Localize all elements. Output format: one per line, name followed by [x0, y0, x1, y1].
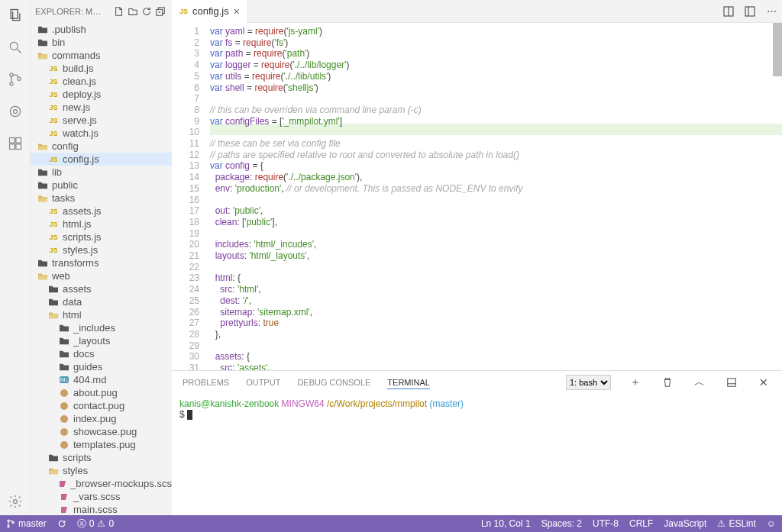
- panel-position-icon[interactable]: [724, 375, 739, 390]
- tree-item-label: about.pug: [73, 387, 118, 398]
- tree-item[interactable]: showcase.pug: [31, 425, 172, 438]
- collapse-all-icon[interactable]: [153, 5, 167, 18]
- tree-item[interactable]: tasks: [31, 192, 172, 205]
- tree-item[interactable]: styles: [31, 464, 172, 477]
- tree-item[interactable]: JSclean.js: [31, 75, 172, 88]
- tree-item[interactable]: about.pug: [31, 386, 172, 399]
- terminal-select[interactable]: 1: bash: [566, 375, 611, 390]
- close-icon[interactable]: ×: [234, 5, 240, 18]
- tree-item[interactable]: JSstyles.js: [31, 243, 172, 256]
- maximize-panel-icon[interactable]: ︿: [692, 375, 707, 390]
- layout-icon[interactable]: [739, 1, 761, 22]
- panel-tab-output[interactable]: OUTPUT: [246, 378, 280, 387]
- tree-item[interactable]: JSconfig.js: [31, 153, 172, 166]
- js-icon: JS: [47, 115, 60, 126]
- panel-tab-problems[interactable]: PROBLEMS: [183, 378, 229, 387]
- more-icon[interactable]: ⋯: [761, 1, 782, 22]
- tree-item[interactable]: JSscripts.js: [31, 231, 172, 243]
- tab-config-js[interactable]: JS config.js ×: [172, 0, 248, 23]
- split-editor-icon[interactable]: [718, 1, 739, 22]
- tree-item[interactable]: html: [31, 308, 172, 321]
- tree-item[interactable]: bin: [31, 36, 172, 49]
- refresh-icon[interactable]: [140, 5, 153, 18]
- tree-item[interactable]: JSserve.js: [31, 114, 172, 127]
- extensions-icon[interactable]: [6, 134, 24, 153]
- tree-item[interactable]: contact.pug: [31, 399, 172, 412]
- tree-item[interactable]: JSassets.js: [31, 205, 172, 218]
- term-branch: (master): [429, 398, 464, 409]
- new-terminal-icon[interactable]: ＋: [628, 375, 643, 390]
- scrollbar-thumb[interactable]: [773, 23, 782, 76]
- source-control-icon[interactable]: [6, 70, 24, 89]
- tree-item[interactable]: data: [31, 295, 172, 308]
- tree-item-label: new.js: [63, 102, 90, 113]
- panel-tab-terminal[interactable]: TERMINAL: [387, 378, 430, 389]
- tree-item[interactable]: JSnew.js: [31, 101, 172, 114]
- tree-item[interactable]: main.scss: [31, 503, 172, 515]
- status-branch[interactable]: master: [6, 518, 47, 529]
- tree-item[interactable]: JShtml.js: [31, 218, 172, 231]
- tree-item[interactable]: _vars.scss: [31, 490, 172, 503]
- debug-icon[interactable]: [6, 102, 24, 121]
- folder-icon: [37, 24, 49, 35]
- tree-item[interactable]: commands: [31, 49, 172, 62]
- svg-rect-9: [9, 144, 15, 150]
- new-file-icon[interactable]: [112, 5, 126, 18]
- tree-item-label: _vars.scss: [73, 491, 120, 502]
- tree-item[interactable]: M↓404.md: [31, 373, 172, 386]
- folder-icon: [58, 323, 70, 334]
- status-spaces[interactable]: Spaces: 2: [541, 518, 582, 529]
- svg-point-3: [9, 73, 12, 76]
- tree-item-label: serve.js: [63, 114, 97, 126]
- tree-item-label: deploy.js: [63, 89, 101, 100]
- tree-item[interactable]: JSwatch.js: [31, 127, 172, 140]
- close-panel-icon[interactable]: ✕: [756, 375, 771, 390]
- pug-icon: [58, 388, 70, 398]
- tree-item[interactable]: lib: [31, 166, 172, 179]
- tree-item[interactable]: JSdeploy.js: [31, 88, 172, 101]
- tree-item[interactable]: docs: [31, 347, 172, 360]
- new-folder-icon[interactable]: [126, 5, 140, 18]
- panel-tab-debug-console[interactable]: DEBUG CONSOLE: [297, 378, 370, 387]
- status-language[interactable]: JavaScript: [664, 518, 706, 529]
- status-eslint[interactable]: ⚠ ESLint: [717, 518, 755, 529]
- settings-gear-icon[interactable]: [6, 492, 24, 511]
- tree-item[interactable]: JSbuild.js: [31, 62, 172, 75]
- tree-item-label: showcase.pug: [73, 426, 137, 437]
- tree-item[interactable]: web: [31, 269, 172, 282]
- terminal[interactable]: kanis@kanishk-zenbook MINGW64 /c/Work/pr…: [172, 394, 782, 515]
- tree-item[interactable]: assets: [31, 282, 172, 295]
- tree-item[interactable]: scripts: [31, 451, 172, 464]
- file-tree[interactable]: .publishbincommandsJSbuild.jsJSclean.jsJ…: [31, 23, 172, 515]
- js-icon: JS: [47, 89, 60, 100]
- folder-icon: [58, 362, 70, 372]
- explorer-header: EXPLORER: M…: [31, 0, 172, 23]
- status-sync[interactable]: [57, 519, 66, 528]
- explorer-icon[interactable]: [6, 6, 24, 24]
- scrollbar[interactable]: [773, 23, 782, 370]
- tree-item-label: scripts: [63, 452, 92, 463]
- code-lines[interactable]: var yaml = require('js-yaml')var fs = re…: [210, 23, 782, 370]
- tree-item[interactable]: .publish: [31, 23, 172, 36]
- status-encoding[interactable]: UTF-8: [593, 518, 619, 529]
- tree-item[interactable]: _includes: [31, 321, 172, 334]
- tree-item[interactable]: templates.pug: [31, 438, 172, 451]
- tree-item[interactable]: _browser-mockups.scss: [31, 477, 172, 490]
- kill-terminal-icon[interactable]: [660, 375, 675, 390]
- status-feedback-icon[interactable]: ☺: [767, 518, 776, 529]
- bottom-panel: PROBLEMSOUTPUTDEBUG CONSOLETERMINAL 1: b…: [172, 370, 782, 515]
- term-path: /c/Work/projects/mmpilot: [327, 398, 427, 409]
- status-problems[interactable]: ⓧ 0 ⚠ 0: [77, 517, 114, 530]
- status-eol[interactable]: CRLF: [629, 518, 653, 529]
- tree-item[interactable]: _layouts: [31, 334, 172, 347]
- search-icon[interactable]: [6, 38, 24, 56]
- status-position[interactable]: Ln 10, Col 1: [481, 518, 531, 529]
- tree-item[interactable]: public: [31, 179, 172, 192]
- folder-icon: [37, 167, 49, 178]
- tree-item[interactable]: config: [31, 140, 172, 153]
- tab-label: config.js: [192, 5, 229, 17]
- code-editor[interactable]: 1234567891011121314151617181920212223242…: [172, 23, 782, 370]
- tree-item[interactable]: index.pug: [31, 412, 172, 425]
- tree-item[interactable]: guides: [31, 360, 172, 373]
- tree-item[interactable]: transforms: [31, 256, 172, 269]
